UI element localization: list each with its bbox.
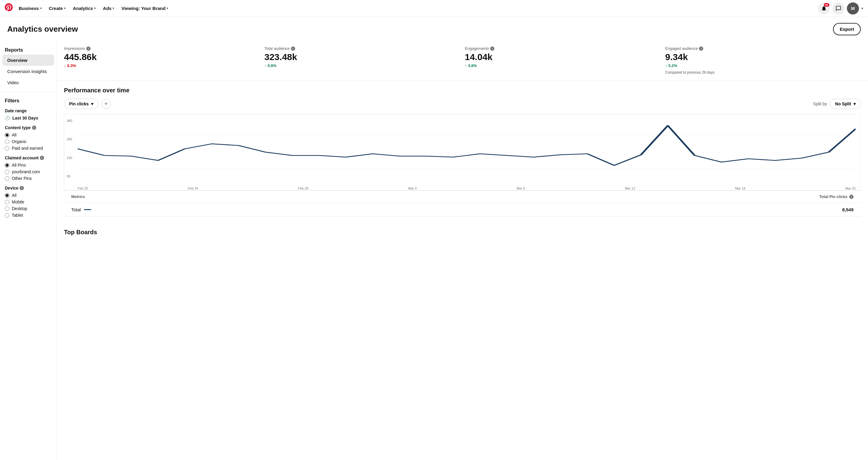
page-header: Analytics overview Export [0,17,868,40]
metric-dropdown[interactable]: Pin clicks ▾ [64,99,98,109]
date-range-row[interactable]: 🕐 Last 30 Days [5,116,52,120]
sidebar-divider [0,92,56,92]
user-avatar[interactable]: M [847,2,859,14]
radio-content-type-0[interactable]: All [5,132,52,137]
device-info-icon[interactable]: i [20,186,24,190]
pinterest-logo[interactable] [5,3,13,13]
radio-content-type-1[interactable]: Organic [5,139,52,144]
avatar-chevron[interactable]: ▾ [861,6,863,10]
metrics-row: Impressions i445.86k↓0.3%Total audience … [57,40,868,81]
content-type-options: AllOrganicPaid and earned [5,132,52,151]
notification-badge: 95 [824,3,829,7]
claimed-account-info-icon[interactable]: i [40,156,44,160]
clock-icon: 🕐 [5,116,10,120]
performance-title: Performance over time [64,87,861,94]
date-range-section: Date range 🕐 Last 30 Days [0,106,56,123]
main-layout: Reports OverviewConversion insightsVideo… [0,40,868,460]
sidebar: Reports OverviewConversion insightsVideo… [0,40,57,460]
sidebar-item-conversion[interactable]: Conversion insights [2,66,54,77]
reports-section-label: Reports [0,45,56,55]
metric-info-icon-3[interactable]: i [699,47,703,51]
split-by-control: Split by No Split ▾ [813,99,861,109]
page-title: Analytics overview [7,25,78,34]
metric-card-3: Engaged audience i9.34k↑5.2%Compared to … [665,46,861,74]
sidebar-item-video[interactable]: Video [2,77,54,88]
radio-device-1[interactable]: Mobile [5,200,52,204]
radio-device-3[interactable]: Tablet [5,213,52,218]
radio-claimed-account-0[interactable]: All Pins [5,163,52,167]
notifications-button[interactable]: 95 [818,2,830,14]
device-label: Device i [5,186,52,190]
claimed-account-section: Claimed account i All Pinsyourbrand.comO… [0,153,56,183]
nav-item-create[interactable]: Create▾ [46,4,69,13]
metrics-table-row: Total 8,549 [64,203,861,217]
metrics-table-header: Metrics Total Pin clicks i [64,191,861,203]
radio-content-type-2[interactable]: Paid and earned [5,146,52,151]
chart-x-labels: Feb 20Feb 24Feb 28Mar 4Mar 8Mar 12Mar 16… [78,185,856,190]
export-button[interactable]: Export [833,23,861,35]
content-type-info-icon[interactable]: i [32,126,36,130]
split-chevron-icon: ▾ [854,101,856,106]
performance-controls: Pin clicks ▾ + Split by No Split ▾ [64,99,861,109]
claimed-account-label: Claimed account i [5,155,52,160]
split-dropdown[interactable]: No Split ▾ [830,99,861,109]
metric-info-icon-1[interactable]: i [291,47,295,51]
filters-label: Filters [0,96,56,106]
radio-device-0[interactable]: All [5,193,52,198]
content-type-section: Content type i AllOrganicPaid and earned [0,123,56,153]
add-metric-button[interactable]: + [101,99,111,109]
chart-y-labels: 38028519095 [64,119,78,178]
main-content: Impressions i445.86k↓0.3%Total audience … [57,40,868,460]
top-nav: Business▾Create▾Analytics▾Ads▾Viewing: Y… [0,0,868,17]
metric-info-icon-2[interactable]: i [490,47,494,51]
top-boards-section: Top Boards [57,223,868,242]
chart-container: 38028519095 Feb 20Feb 24Feb 28Mar 4Mar 8… [64,114,861,190]
top-boards-title: Top Boards [64,229,861,236]
date-range-label: Date range [5,109,52,113]
performance-section: Performance over time Pin clicks ▾ + Spl… [57,81,868,223]
dropdown-chevron-icon: ▾ [91,101,93,106]
nav-item-business[interactable]: Business▾ [16,4,45,13]
total-pin-clicks-value: 8,549 [842,207,854,212]
messages-button[interactable] [832,2,844,14]
content-type-label: Content type i [5,125,52,130]
metric-card-2: Engagements i14.04k↑4.8% [465,46,660,74]
nav-item-ads[interactable]: Ads▾ [100,4,117,13]
metrics-table: Metrics Total Pin clicks i Total 8,549 [64,190,861,217]
device-section: Device i AllMobileDesktopTablet [0,183,56,220]
metric-card-0: Impressions i445.86k↓0.3% [64,46,259,74]
metric-info-icon-0[interactable]: i [86,47,91,51]
chart-area [78,119,856,185]
radio-claimed-account-2[interactable]: Other Pins [5,176,52,181]
metric-card-1: Total audience i323.48k↑0.8% [265,46,460,74]
chart-svg [78,119,856,185]
device-options: AllMobileDesktopTablet [5,193,52,218]
radio-device-2[interactable]: Desktop [5,206,52,211]
radio-claimed-account-1[interactable]: yourbrand.com [5,169,52,174]
total-pin-clicks-info-icon[interactable]: i [849,195,854,199]
nav-item-analytics[interactable]: Analytics▾ [70,4,99,13]
nav-item-viewing[interactable]: Viewing: Your Brand▾ [118,4,171,13]
perf-controls-left: Pin clicks ▾ + [64,99,111,109]
claimed-account-options: All Pinsyourbrand.comOther Pins [5,163,52,181]
sidebar-item-overview[interactable]: Overview [2,55,54,66]
line-indicator [84,209,91,210]
